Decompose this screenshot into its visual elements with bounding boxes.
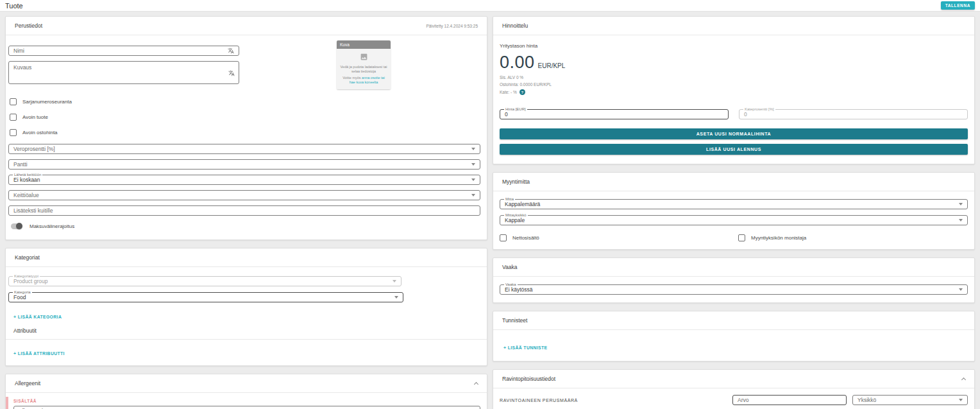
price-input-label: Hinta [EUR]: [504, 107, 527, 111]
payment-restriction-label: Maksuvälinerajoitus: [30, 223, 74, 229]
image-upload-box[interactable]: Kuva Vedä ja pudota ladataksesi tai sela…: [337, 40, 391, 89]
pricing-card: Hinnoittelu Yritystason hinta 0.00 EUR/K…: [493, 16, 975, 164]
measure-select[interactable]: Mitta Kappalemäärä: [500, 199, 968, 209]
updated-timestamp: Päivitetty 12.4.2024 9:53:25: [426, 24, 478, 28]
chevron-down-icon: [394, 296, 398, 299]
receipt-text-input[interactable]: Lisäteksti kuitille: [8, 205, 480, 216]
price-value: 0.00: [500, 53, 535, 73]
scale-title: Vaaka: [502, 264, 517, 270]
price-inputs-row: Hinta [EUR] 0 Kateprosentti [%] 0: [500, 109, 968, 119]
category-label: Kategoria: [13, 290, 32, 294]
basic-info-checkboxes: Sarjanumeroseuranta Avoin tuote Avoin os…: [10, 98, 480, 136]
price-input[interactable]: Hinta [EUR] 0: [500, 109, 729, 119]
deposit-select[interactable]: Pantti: [8, 159, 480, 170]
basic-info-title: Perustiedot: [15, 22, 42, 29]
payment-restriction-toggle[interactable]: Maksuvälinerajoitus: [11, 223, 480, 229]
nutrition-card: Ravintopitoisuustiedot RAVINTOAINEEN PER…: [493, 369, 975, 409]
tax-percent-select[interactable]: Veroprosentti [%]: [8, 144, 480, 154]
chevron-up-icon[interactable]: [961, 377, 966, 381]
chevron-down-icon: [959, 203, 963, 205]
sales-measure-card: Myyntimitta Mitta Kappalemäärä Mittayksi…: [493, 172, 975, 250]
company-price: 0.00 EUR/KPL: [500, 53, 968, 73]
checkbox-net-content[interactable]: Nettosisältö: [500, 234, 738, 241]
image-icon: [359, 53, 369, 61]
nutrition-header: Ravintopitoisuustiedot: [493, 370, 974, 388]
add-attribute-link[interactable]: + LISÄÄ ATTRIBUUTTI: [13, 351, 65, 356]
translate-icon[interactable]: [228, 48, 234, 54]
name-input-label: Nimi: [13, 48, 24, 54]
image-upload-title: Kuva: [337, 40, 391, 49]
checkbox-open-product[interactable]: Avoin tuote: [10, 114, 480, 121]
help-icon[interactable]: ?: [520, 89, 525, 95]
checkbox-label: Avoin ostohinta: [22, 130, 58, 135]
checkbox-sales-unit-multiplier[interactable]: Myyntiyksikön monistaja: [738, 234, 806, 241]
base-amount-value-input[interactable]: Arvo: [732, 395, 847, 405]
categories-body: Kategoriatyypi Product group Kategoria F…: [6, 267, 487, 365]
receipt-text-label: Lisäteksti kuitille: [13, 207, 53, 214]
scale-card: Vaaka Vaaka Ei käytössä: [493, 257, 975, 303]
chevron-up-icon[interactable]: [474, 381, 478, 386]
scale-header: Vaaka: [493, 258, 974, 277]
checkbox-label: Myyntiyksikön monistaja: [751, 235, 806, 241]
measure-label: Mitta: [504, 197, 515, 201]
set-normal-price-button[interactable]: ASETA UUSI NORMAALIHINTA: [500, 128, 968, 139]
purchase-price-text: Ostohinta: 0.0000 EUR/KPL: [500, 82, 968, 87]
send-to-kitchen-select[interactable]: Lähetä keittiöön Ei koskaan: [8, 175, 480, 185]
sales-measure-header: Myyntimitta: [493, 173, 974, 191]
measure-unit-select[interactable]: Mittayksikkö Kappale: [500, 215, 968, 225]
scale-select[interactable]: Vaaka Ei käytössä: [500, 284, 968, 295]
category-select[interactable]: Kategoria Food: [8, 292, 403, 302]
allergens-header: Allergeenit: [6, 374, 487, 393]
translate-icon[interactable]: [228, 70, 235, 76]
allergen-contains-select[interactable]: Allergeenit: [13, 406, 480, 409]
pricing-body: Yritystason hinta 0.00 EUR/KPL Sis. ALV …: [493, 35, 974, 164]
allergen-color-bar: [6, 397, 8, 409]
tags-header: Tunnisteet: [493, 311, 974, 330]
send-to-kitchen-label: Lähetä keittiöön: [13, 173, 42, 177]
description-input[interactable]: Kuvaus: [8, 61, 239, 84]
allergens-body: SISÄLTÄÄ Allergeenit SAATTAA SISÄLTÄÄ Al…: [6, 393, 487, 409]
chevron-down-icon: [959, 288, 963, 291]
add-discount-button[interactable]: LISÄÄ UUSI ALENNUS: [500, 144, 968, 155]
kitchen-area-select[interactable]: Keittiöalue: [8, 190, 480, 200]
company-price-label: Yritystason hinta: [500, 43, 968, 49]
nutrition-title: Ravintopitoisuustiedot: [502, 376, 555, 382]
sales-measure-checkboxes: Nettosisältö Myyntiyksikön monistaja: [500, 234, 968, 241]
price-input-value: 0: [505, 111, 508, 117]
margin-input-label: Kateprosentti [%]: [743, 107, 775, 111]
measure-unit-label: Mittayksikkö: [504, 213, 528, 217]
save-button[interactable]: TALLENNA: [941, 1, 975, 10]
checkbox-serial-tracking[interactable]: Sarjanumeroseuranta: [10, 98, 480, 105]
pricing-title: Hinnoittelu: [502, 22, 528, 29]
category-type-value: Product group: [13, 278, 47, 284]
tax-percent-label: Veroprosentti [%]: [13, 146, 55, 152]
tags-card: Tunnisteet + LISÄÄ TUNNISTE: [493, 311, 975, 361]
margin-percent-input[interactable]: Kateprosentti [%] 0: [739, 109, 968, 119]
name-input[interactable]: Nimi: [8, 46, 239, 56]
checkbox-label: Avoin tuote: [22, 114, 48, 120]
measure-unit-value: Kappale: [505, 217, 525, 223]
checkbox-label: Sarjanumeroseuranta: [22, 99, 72, 105]
tags-title: Tunnisteet: [502, 317, 527, 324]
chevron-down-icon: [393, 280, 396, 283]
add-category-link[interactable]: + LISÄÄ KATEGORIA: [13, 315, 62, 319]
main-content: Perustiedot Päivitetty 12.4.2024 9:53:25…: [0, 12, 980, 409]
margin-text: Kate: - %: [500, 90, 517, 94]
category-type-select[interactable]: Kategoriatyypi Product group: [8, 276, 401, 286]
checkbox-icon: [10, 98, 17, 105]
checkbox-open-purchase-price[interactable]: Avoin ostohinta: [10, 129, 480, 136]
allergens-card: Allergeenit SISÄLTÄÄ Allergeenit SAATTAA…: [5, 374, 487, 409]
deposit-label: Pantti: [13, 161, 28, 168]
categories-header: Kategoriat: [6, 248, 487, 267]
margin-row: Kate: - % ?: [500, 89, 968, 95]
base-amount-unit-select[interactable]: Yksikkö: [852, 395, 968, 405]
upload-alt-prefix: Voitte myös: [342, 76, 360, 80]
checkbox-icon: [10, 129, 17, 136]
chevron-down-icon: [471, 194, 475, 196]
description-input-label: Kuvaus: [13, 64, 31, 71]
image-dropzone[interactable]: Vedä ja pudota ladataksesi tai selaa tie…: [337, 49, 391, 89]
checkbox-label: Nettosisältö: [512, 235, 539, 241]
add-tag-link[interactable]: + LISÄÄ TUNNISTE: [503, 345, 548, 350]
categories-card: Kategoriat Kategoriatyypi Product group …: [5, 248, 487, 366]
chevron-down-icon: [471, 178, 475, 181]
